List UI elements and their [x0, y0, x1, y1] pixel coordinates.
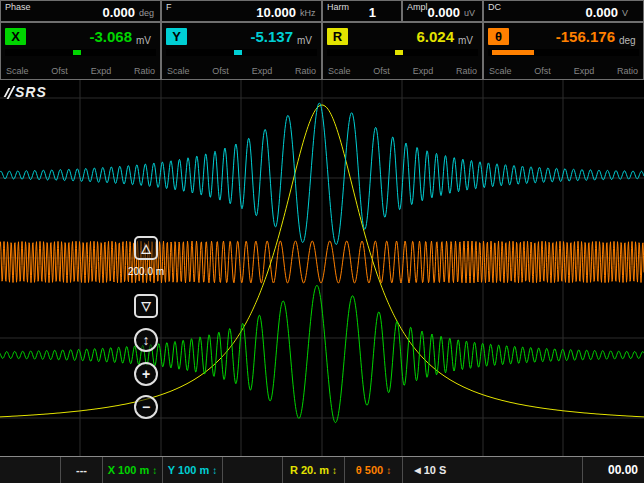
- x-ratio-button[interactable]: Ratio: [134, 66, 155, 76]
- channel-panel-y: Y -5.137 mV Scale Ofst Expd Ratio: [161, 22, 322, 80]
- y-scale-button[interactable]: Scale: [167, 66, 190, 76]
- channel-panel-r: R 6.024 mV Scale Ofst Expd Ratio: [322, 22, 483, 80]
- harmonic-field[interactable]: Harm 1: [322, 0, 402, 22]
- channel-theta-value: -156.176: [556, 29, 615, 44]
- channel-x-value: -3.068: [89, 29, 132, 44]
- pan-down-button[interactable]: ▽: [134, 294, 158, 318]
- theta-ratio-button[interactable]: Ratio: [617, 66, 638, 76]
- phase-label: Phase: [5, 2, 31, 12]
- x-scale-letter: X: [108, 464, 115, 476]
- statusbar-spacer: [222, 457, 282, 483]
- channel-y-offset-indicator: [166, 49, 317, 56]
- channel-x-tab[interactable]: X: [5, 28, 26, 45]
- theta-scale-button[interactable]: Scale: [489, 66, 512, 76]
- status-bar: --- X 100 m ↕ Y 100 m ↕ R 20. m ↕ θ 500 …: [0, 456, 644, 483]
- r-scale-display[interactable]: R 20. m ↕: [282, 457, 344, 483]
- amplitude-field[interactable]: Ampl 0.000 uV: [402, 0, 483, 22]
- theta-expd-button[interactable]: Expd: [574, 66, 595, 76]
- theta-scale-letter: θ: [356, 464, 362, 476]
- r-scale-value: 20. m: [301, 464, 329, 476]
- pan-up-button[interactable]: △: [134, 236, 158, 260]
- frequency-unit: kHz: [300, 8, 316, 19]
- harmonic-label: Harm: [327, 2, 349, 12]
- channel-panel-theta: θ -156.176 deg Scale Ofst Expd Ratio: [483, 22, 644, 80]
- r-ratio-button[interactable]: Ratio: [456, 66, 477, 76]
- channel-r-offset-indicator: [327, 49, 478, 56]
- offset-marker: [234, 50, 242, 55]
- statusbar-spacer: [0, 457, 60, 483]
- timebase-value: 10 S: [424, 464, 447, 476]
- timebase-arrow-icon: ◀: [415, 466, 421, 475]
- channel-panel-x: X -3.068 mV Scale Ofst Expd Ratio: [0, 22, 161, 80]
- zoom-out-button[interactable]: −: [134, 395, 158, 419]
- waveform-svg: [0, 80, 644, 456]
- srs-logo: SRS: [6, 84, 47, 100]
- amplitude-label: Ampl: [407, 2, 428, 12]
- theta-ofst-button[interactable]: Ofst: [534, 66, 551, 76]
- frequency-field[interactable]: F 10.000 kHz: [161, 0, 322, 22]
- r-scale-button[interactable]: Scale: [328, 66, 351, 76]
- x-scale-button[interactable]: Scale: [6, 66, 29, 76]
- scope-display[interactable]: SRS △ 200.0 m ▽ ↕ + −: [0, 80, 644, 456]
- r-ofst-button[interactable]: Ofst: [373, 66, 390, 76]
- updown-arrow-icon: ↕: [212, 465, 217, 476]
- offset-marker: [395, 50, 403, 55]
- status-mode-button[interactable]: ---: [60, 457, 102, 483]
- y-scale-display[interactable]: Y 100 m ↕: [162, 457, 222, 483]
- channel-theta-unit: deg: [619, 35, 639, 47]
- x-scale-display[interactable]: X 100 m ↕: [102, 457, 162, 483]
- channel-theta-offset-indicator: [488, 49, 639, 56]
- phase-value: 0.000: [102, 6, 135, 19]
- x-ofst-button[interactable]: Ofst: [51, 66, 68, 76]
- srs-logo-text: SRS: [15, 84, 47, 100]
- y-ratio-button[interactable]: Ratio: [295, 66, 316, 76]
- theta-scale-value: 500: [365, 464, 383, 476]
- settings-bar: Phase 0.000 deg F 10.000 kHz Harm 1 Ampl…: [0, 0, 644, 22]
- amplitude-value: 0.000: [428, 6, 461, 19]
- y-ofst-button[interactable]: Ofst: [212, 66, 229, 76]
- frequency-value: 10.000: [256, 6, 296, 19]
- r-expd-button[interactable]: Expd: [413, 66, 434, 76]
- updown-arrow-icon: ↕: [332, 465, 337, 476]
- dc-unit: V: [622, 8, 638, 19]
- channel-y-value: -5.137: [250, 29, 293, 44]
- frequency-label: F: [166, 2, 172, 12]
- dc-field[interactable]: DC 0.000 V: [483, 0, 644, 22]
- channel-y-unit: mV: [297, 35, 317, 47]
- r-scale-letter: R: [290, 464, 298, 476]
- dc-value: 0.000: [585, 6, 618, 19]
- theta-scale-display[interactable]: θ 500 ↕: [344, 457, 402, 483]
- y-expd-button[interactable]: Expd: [252, 66, 273, 76]
- channel-x-offset-indicator: [5, 49, 156, 56]
- autoscale-button[interactable]: ↕: [134, 328, 158, 352]
- amplitude-unit: uV: [464, 8, 480, 19]
- channel-r-value: 6.024: [416, 29, 454, 44]
- instrument-screen: Phase 0.000 deg F 10.000 kHz Harm 1 Ampl…: [0, 0, 644, 483]
- offset-marker: [492, 50, 534, 55]
- time-display: 00.00: [582, 457, 644, 483]
- channel-bar: X -3.068 mV Scale Ofst Expd Ratio Y -5.1…: [0, 22, 644, 80]
- zoom-in-button[interactable]: +: [134, 362, 158, 386]
- harmonic-value: 1: [369, 6, 376, 19]
- x-scale-value: 100 m: [118, 464, 149, 476]
- scale-range-readout: 200.0 m: [108, 266, 184, 277]
- updown-arrow-icon: ↕: [386, 465, 391, 476]
- channel-y-tab[interactable]: Y: [166, 28, 187, 45]
- channel-r-tab[interactable]: R: [327, 28, 348, 45]
- channel-r-unit: mV: [458, 35, 478, 47]
- y-scale-value: 100 m: [178, 464, 209, 476]
- y-scale-letter: Y: [168, 464, 175, 476]
- offset-marker: [73, 50, 81, 55]
- x-expd-button[interactable]: Expd: [91, 66, 112, 76]
- dc-label: DC: [488, 2, 501, 12]
- channel-theta-tab[interactable]: θ: [488, 28, 509, 45]
- phase-unit: deg: [139, 8, 155, 19]
- timebase-display[interactable]: ◀ 10 S: [402, 457, 458, 483]
- channel-x-unit: mV: [136, 35, 156, 47]
- updown-arrow-icon: ↕: [152, 465, 157, 476]
- phase-field[interactable]: Phase 0.000 deg: [0, 0, 161, 22]
